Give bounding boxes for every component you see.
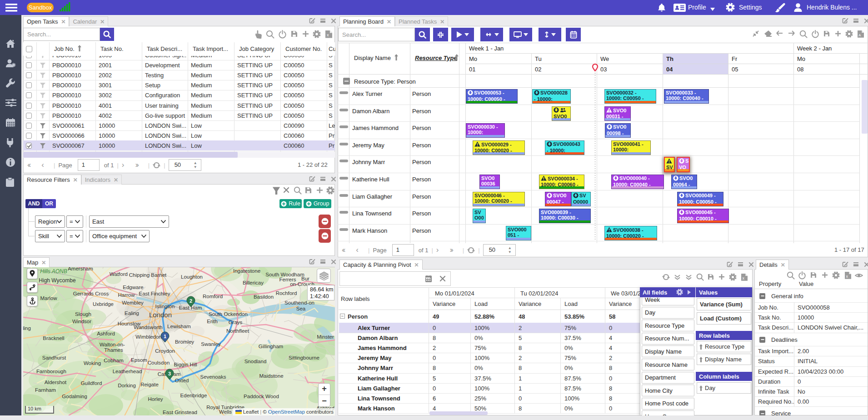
svg-text:Leatherhead: Leatherhead <box>113 369 142 374</box>
svg-text:Grays: Grays <box>229 320 243 325</box>
svg-text:Sandhurst: Sandhurst <box>42 355 66 360</box>
svg-text:Godalming: Godalming <box>62 394 87 399</box>
svg-text:London: London <box>149 311 172 319</box>
svg-text:Basildon: Basildon <box>254 294 274 300</box>
svg-text:Epsom: Epsom <box>131 357 147 363</box>
svg-text:Bur: Bur <box>301 276 309 281</box>
svg-text:Sevenoaks: Sevenoaks <box>200 374 226 380</box>
svg-text:Marlow: Marlow <box>40 295 57 301</box>
svg-text:Woking: Woking <box>84 360 101 366</box>
svg-text:x: x <box>327 33 329 37</box>
svg-text:Sea: Sea <box>296 306 306 311</box>
svg-text:Watford: Watford <box>110 271 128 277</box>
svg-text:x: x <box>846 274 848 279</box>
svg-text:Biggin Hill: Biggin Hill <box>174 362 197 367</box>
svg-text:Billericay: Billericay <box>243 280 264 285</box>
svg-text:Amersham: Amersham <box>68 267 93 271</box>
svg-text:Lewisham: Lewisham <box>167 324 191 329</box>
svg-text:Farnham: Farnham <box>35 387 56 393</box>
svg-text:Snodland: Snodland <box>244 359 267 364</box>
svg-text:Loughton: Loughton <box>181 274 203 280</box>
svg-text:3: 3 <box>168 371 171 376</box>
svg-text:Farnborough: Farnborough <box>36 369 66 374</box>
svg-text:ding: ding <box>23 325 31 331</box>
svg-text:Maidstone: Maidstone <box>259 373 283 379</box>
svg-text:Windsor: Windsor <box>72 319 91 324</box>
svg-text:South Ockendon: South Ockendon <box>209 311 248 317</box>
svg-text:Coulsdon: Coulsdon <box>148 360 170 365</box>
svg-text:Ashford: Ashford <box>97 331 115 336</box>
svg-text:Gerrards Cross: Gerrards Cross <box>73 291 109 296</box>
svg-text:x: x <box>743 276 745 280</box>
svg-text:Romford: Romford <box>203 294 223 299</box>
svg-text:Bromley: Bromley <box>175 339 194 345</box>
svg-text:1: 1 <box>164 334 166 339</box>
svg-text:A: A <box>858 33 861 37</box>
svg-text:Slough: Slough <box>75 311 91 317</box>
svg-text:Reigate: Reigate <box>140 382 159 387</box>
svg-text:Chipping Barnet: Chipping Barnet <box>129 272 167 278</box>
svg-text:Southend-on: Southend-on <box>284 300 314 305</box>
svg-text:Thames: Thames <box>104 347 123 353</box>
svg-text:Gillingham: Gillingham <box>259 344 283 349</box>
svg-text:Swanley: Swanley <box>201 341 221 347</box>
svg-text:Sittingbourne: Sittingbourne <box>289 355 319 360</box>
svg-text:Wandsworth: Wandsworth <box>134 325 163 330</box>
svg-text:Croydon: Croydon <box>155 348 175 354</box>
svg-text:Cobham: Cobham <box>104 358 123 363</box>
svg-text:Harrow: Harrow <box>118 292 135 298</box>
svg-text:Wembley: Wembley <box>122 300 144 305</box>
svg-text:Paddock Wood: Paddock Wood <box>244 394 279 399</box>
svg-text:Minster: Minster <box>317 334 334 340</box>
svg-text:Erith: Erith <box>207 319 218 324</box>
svg-text:Edgware: Edgware <box>123 285 143 290</box>
svg-text:Ealing: Ealing <box>125 310 139 316</box>
svg-text:Walton-on-: Walton-on- <box>100 342 125 347</box>
svg-text:Aldershot: Aldershot <box>45 380 67 385</box>
svg-text:2: 2 <box>190 298 192 304</box>
svg-text:Oxted: Oxted <box>175 378 189 383</box>
svg-text:Ingatestone: Ingatestone <box>233 268 260 274</box>
svg-text:Edenbridge: Edenbridge <box>180 393 207 398</box>
svg-text:Bracknell: Bracknell <box>43 335 64 341</box>
svg-text:Hills AONB: Hills AONB <box>40 268 67 275</box>
svg-text:Wells: Wells <box>219 409 232 415</box>
svg-text:Guildford: Guildford <box>81 380 102 386</box>
svg-text:Wimbledon: Wimbledon <box>135 334 162 340</box>
svg-text:East Grinstead: East Grinstead <box>163 410 197 415</box>
svg-text:Islington: Islington <box>155 304 175 309</box>
svg-text:Uxbridge: Uxbridge <box>93 301 114 307</box>
svg-text:East Finchley: East Finchley <box>139 291 170 296</box>
svg-text:Dorking: Dorking <box>118 383 136 388</box>
svg-text:High Wycombe: High Wycombe <box>39 277 76 284</box>
svg-text:Northfleet: Northfleet <box>226 328 249 334</box>
svg-text:Horley: Horley <box>148 396 163 402</box>
svg-text:Rochford: Rochford <box>276 290 297 296</box>
